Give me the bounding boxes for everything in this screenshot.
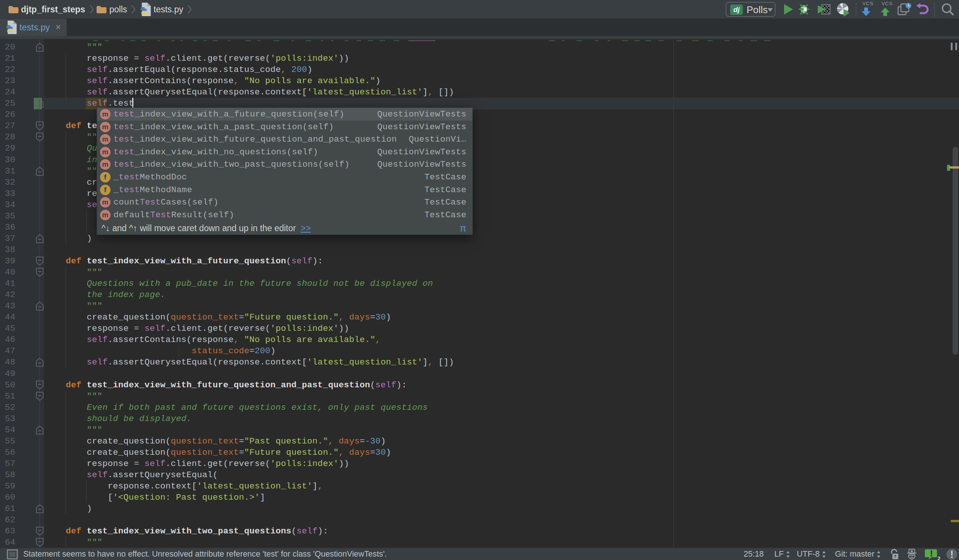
svg-text:2: 2 bbox=[937, 555, 940, 560]
